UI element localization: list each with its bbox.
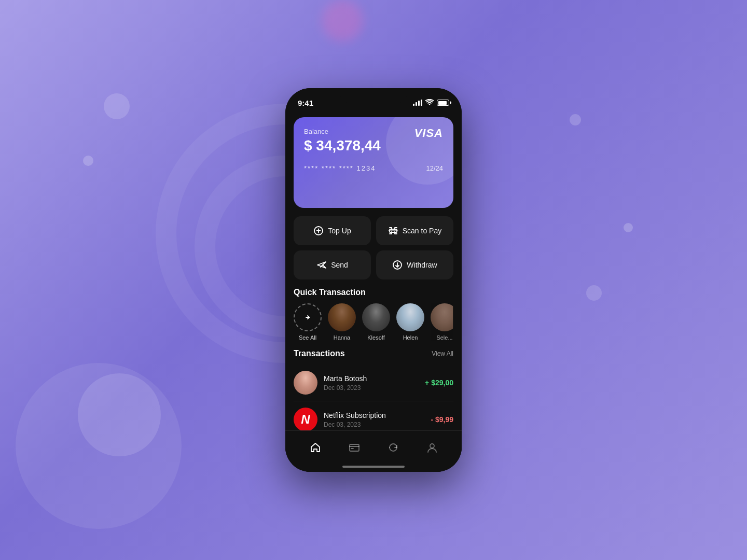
transaction-netflix-info: Netflix Subscription Dec 03, 2023 <box>324 411 424 428</box>
refresh-icon <box>387 441 399 454</box>
quick-transaction-list: See All Hanna Klesoff H <box>285 303 462 349</box>
qt-item-hanna[interactable]: Hanna <box>328 303 356 341</box>
transaction-marta[interactable]: Marta Botosh Dec 03, 2023 + $29,00 <box>294 365 453 401</box>
top-up-button[interactable]: Top Up <box>294 216 371 245</box>
see-all-label: See All <box>299 334 316 341</box>
see-all-item[interactable]: See All <box>294 303 322 341</box>
bg-decoration-5 <box>570 114 581 125</box>
withdraw-label: Withdraw <box>407 261 437 269</box>
transactions-title: Transactions <box>294 349 345 358</box>
home-icon <box>309 441 322 454</box>
credit-card: Balance $ 34,378,44 VISA **** **** **** … <box>294 117 453 208</box>
avatar-sele <box>431 303 459 331</box>
netflix-logo: N <box>294 408 317 431</box>
send-icon <box>316 260 327 270</box>
avatar-helen <box>396 303 424 331</box>
actions-section: Top Up Scan to Pay <box>285 216 462 279</box>
quick-transaction-title: Quick Transaction <box>294 288 366 297</box>
transaction-netflix-name: Netflix Subscription <box>324 411 424 419</box>
home-indicator <box>342 466 405 468</box>
qt-name-helen: Helen <box>403 334 418 341</box>
scan-icon <box>388 226 398 236</box>
transaction-marta-amount: + $29,00 <box>425 379 453 387</box>
bg-decoration-3 <box>104 93 130 119</box>
qt-name-klesoff: Klesoff <box>367 334 384 341</box>
avatar-marta-botosh <box>294 371 317 395</box>
card-number: **** **** **** 1234 <box>304 164 376 172</box>
card-section: Balance $ 34,378,44 VISA **** **** **** … <box>285 111 462 216</box>
scan-to-pay-button[interactable]: Scan to Pay <box>376 216 453 245</box>
qt-name-hanna: Hanna <box>334 334 350 341</box>
qt-name-sele: Sele... <box>436 334 452 341</box>
card-icon <box>348 441 361 454</box>
battery-icon <box>437 100 449 106</box>
transaction-netflix-amount: - $9,99 <box>431 415 453 424</box>
svg-rect-10 <box>350 444 359 451</box>
avatar-netflix: N <box>294 408 317 431</box>
status-icons <box>413 99 449 107</box>
withdraw-button[interactable]: Withdraw <box>376 250 453 279</box>
status-time: 9:41 <box>298 99 313 107</box>
nav-item-history[interactable] <box>374 441 412 454</box>
avatar-klesoff <box>362 303 390 331</box>
wifi-icon <box>425 99 434 107</box>
nav-item-profile[interactable] <box>412 441 451 454</box>
nav-item-card[interactable] <box>335 441 374 454</box>
profile-icon <box>426 441 438 454</box>
bg-decoration-7 <box>624 223 633 232</box>
phone-notch <box>340 88 407 103</box>
qt-item-helen[interactable]: Helen <box>396 303 424 341</box>
bg-decoration-8 <box>322 0 363 41</box>
card-expiry: 12/24 <box>426 164 443 172</box>
bg-decoration-6 <box>586 285 602 301</box>
phone-mockup: 9:41 <box>285 88 462 472</box>
send-button[interactable]: Send <box>294 250 371 279</box>
scan-to-pay-label: Scan to Pay <box>403 227 442 235</box>
nav-item-home[interactable] <box>296 441 335 454</box>
download-circle-icon <box>392 260 403 270</box>
send-label: Send <box>331 261 348 269</box>
quick-transaction-header: Quick Transaction <box>285 288 462 303</box>
top-up-label: Top Up <box>328 227 351 235</box>
svg-point-13 <box>430 444 434 448</box>
view-all-link[interactable]: View All <box>432 350 453 357</box>
transactions-list: Marta Botosh Dec 03, 2023 + $29,00 N Net… <box>285 365 462 438</box>
visa-logo: VISA <box>414 127 443 140</box>
qt-item-klesoff[interactable]: Klesoff <box>362 303 390 341</box>
qt-item-sele[interactable]: Sele... <box>431 303 459 341</box>
card-bottom: **** **** **** 1234 12/24 <box>304 164 443 172</box>
transaction-netflix-date: Dec 03, 2023 <box>324 421 424 428</box>
bg-decoration-2 <box>78 373 161 456</box>
signal-icon <box>413 100 422 106</box>
transaction-marta-name: Marta Botosh <box>324 374 419 383</box>
transaction-marta-info: Marta Botosh Dec 03, 2023 <box>324 374 419 391</box>
transactions-header: Transactions View All <box>285 349 462 365</box>
bg-decoration-4 <box>83 156 93 166</box>
plus-circle-icon <box>313 226 324 236</box>
phone-content[interactable]: Balance $ 34,378,44 VISA **** **** **** … <box>285 111 462 472</box>
see-all-button[interactable] <box>294 303 322 331</box>
svg-marker-4 <box>317 262 326 268</box>
transaction-marta-date: Dec 03, 2023 <box>324 384 419 391</box>
avatar-hanna <box>328 303 356 331</box>
